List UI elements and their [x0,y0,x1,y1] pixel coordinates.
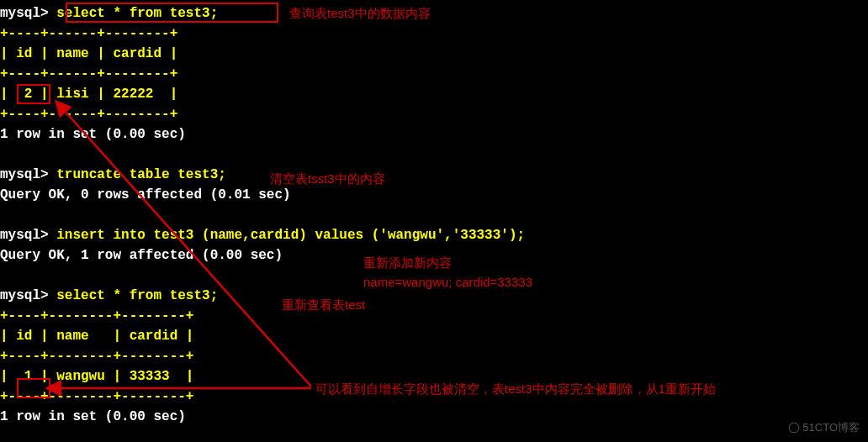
table-header: | id | name | cardid | [0,326,868,346]
highlight-box [66,3,278,23]
table-border: +----+------+--------+ [0,64,868,84]
prompt: mysql> [0,167,49,182]
table-border: +----+------+--------+ [0,104,868,124]
logo-icon [788,422,800,434]
table-header: | id | name | cardid | [0,44,868,64]
sql-line: mysql> insert into test3 (name,cardid) v… [0,225,868,245]
annotation-line: name=wangwu; cardid=33333 [363,273,532,292]
table-border: +----+--------+--------+ [0,306,868,326]
command-text: insert into test3 (name,cardid) values (… [56,228,525,243]
annotation-line: 重新添加新内容 [363,254,532,273]
annotation-text: 重新添加新内容 name=wangwu; cardid=33333 [363,254,532,292]
result-text: Query OK, 0 rows affected (0.01 sec) [0,185,868,205]
table-border: +----+--------+--------+ [0,346,868,366]
sql-line: mysql> truncate table test3; [0,165,868,185]
result-text: 1 row in set (0.00 sec) [0,124,868,145]
highlight-box [17,84,50,104]
command-text: truncate table test3; [56,167,226,182]
annotation-text: 重新查看表test [282,296,365,315]
command-text: select * from test3; [56,288,218,303]
annotation-text: 可以看到自增长字段也被清空，表test3中内容完全被删除，从1重新开始 [315,380,716,399]
watermark-text: 51CTO博客 [788,419,860,436]
prompt: mysql> [0,228,49,243]
svg-point-1 [789,423,799,433]
prompt: mysql> [0,288,49,303]
prompt: mysql> [0,6,49,21]
result-text: 1 row in set (0.00 sec) [0,407,868,427]
highlight-box [17,378,50,398]
annotation-text: 查询表test3中的数据内容 [289,4,431,24]
table-border: +----+------+--------+ [0,24,868,44]
table-row: | 2 | lisi | 22222 | [0,84,868,104]
annotation-text: 清空表tsst3中的内容 [270,170,385,189]
